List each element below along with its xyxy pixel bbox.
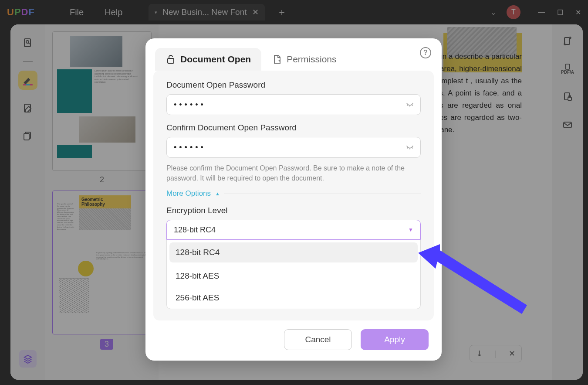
modal-actions: Cancel Apply	[145, 329, 442, 361]
security-modal: ? Document Open Permissions Document Ope…	[145, 38, 442, 361]
modal-tabs: Document Open Permissions	[145, 38, 442, 71]
tab-permissions[interactable]: Permissions	[261, 48, 347, 71]
modal-body: Document Open Password Confirm Document …	[153, 71, 434, 320]
annotation-arrow	[418, 244, 531, 324]
tab-document-open[interactable]: Document Open	[155, 48, 261, 71]
encryption-option-aes128[interactable]: 128-bit AES	[167, 265, 420, 287]
caret-down-icon: ▼	[408, 227, 413, 233]
eye-icon[interactable]	[405, 99, 415, 110]
more-options-link[interactable]: More Options	[166, 189, 211, 198]
label-encryption-level: Encryption Level	[166, 206, 421, 215]
encryption-option-rc4[interactable]: 128-bit RC4	[169, 242, 418, 262]
label-confirm-password: Confirm Document Open Password	[166, 123, 421, 133]
help-icon[interactable]: ?	[420, 47, 431, 58]
eye-icon[interactable]	[405, 142, 415, 153]
apply-button[interactable]: Apply	[361, 329, 429, 350]
svg-marker-13	[418, 244, 527, 314]
encryption-dropdown: 128-bit RC4 128-bit AES 256-bit AES	[166, 240, 421, 309]
input-confirm-password[interactable]	[166, 137, 421, 158]
cancel-button[interactable]: Cancel	[284, 329, 352, 350]
encryption-option-aes256[interactable]: 256-bit AES	[167, 287, 420, 309]
input-open-password[interactable]	[166, 94, 421, 115]
encryption-select[interactable]: 128-bit RC4 ▼	[166, 220, 421, 240]
label-open-password: Document Open Password	[166, 80, 421, 90]
svg-rect-12	[168, 58, 174, 63]
collapse-icon: ▲	[215, 191, 220, 196]
helper-text: Please confirm the Document Open Passwor…	[166, 163, 421, 183]
